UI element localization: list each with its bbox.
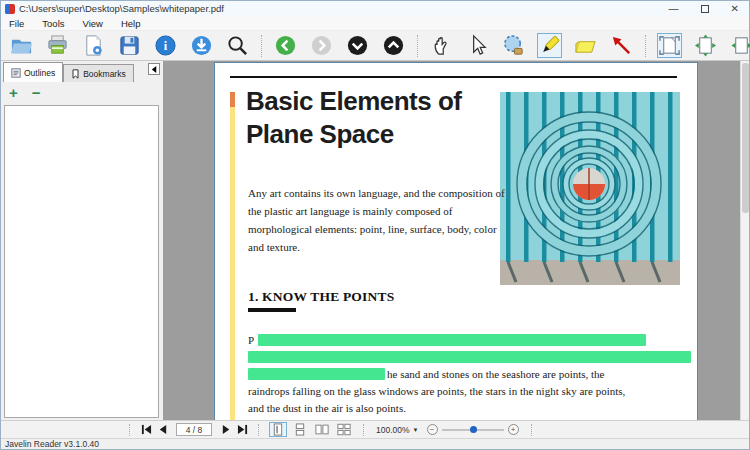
toolbar-divider: [645, 35, 646, 57]
navigation-bar: 4 / 8 100.00% ▼ − +: [1, 420, 749, 438]
menu-help[interactable]: Help: [121, 18, 141, 29]
document-title: Basic Elements of Plane Space: [246, 85, 461, 151]
app-icon: [5, 4, 15, 14]
titlebar: C:\Users\super\Desktop\Samples\whitepape…: [1, 1, 749, 16]
close-button[interactable]: ✕: [731, 4, 739, 14]
expand-all-button[interactable]: +: [9, 86, 18, 99]
search-icon[interactable]: [225, 33, 250, 58]
statusbar: Javelin Reader v3.1.0.40: [1, 438, 749, 449]
document-photo: [500, 92, 680, 285]
minimize-button[interactable]: —: [669, 4, 679, 14]
maximize-button[interactable]: [701, 5, 709, 13]
sidebar-tabs: Outlines Bookmarks: [1, 62, 163, 82]
previous-page-button[interactable]: [154, 423, 170, 437]
sticky-note-icon[interactable]: [573, 33, 598, 58]
select-tool-icon[interactable]: [465, 33, 490, 58]
navbar-divider: [531, 424, 532, 436]
continuous-facing-view-icon[interactable]: [335, 422, 353, 437]
navbar-divider: [129, 424, 130, 436]
zoom-slider[interactable]: [442, 424, 504, 435]
collapse-left-icon: [151, 66, 158, 73]
snapshot-icon[interactable]: [501, 33, 526, 58]
scrollbar-thumb[interactable]: [742, 63, 749, 213]
paragraph-text: and the dust in the air is also points.: [248, 402, 406, 414]
sidebar-collapse-button[interactable]: [148, 63, 160, 75]
paragraph-first-char: P: [248, 334, 254, 346]
document-viewer[interactable]: Basic Elements of Plane Space: [163, 61, 749, 420]
navbar-divider: [363, 424, 364, 436]
zoom-out-button[interactable]: −: [427, 424, 438, 435]
toolbar-divider: [417, 35, 418, 57]
arrow-annotation-icon[interactable]: [609, 33, 634, 58]
toolbar: i: [1, 31, 749, 61]
zoom-in-button[interactable]: +: [508, 424, 519, 435]
navbar-divider: [258, 424, 259, 436]
download-icon[interactable]: [189, 33, 214, 58]
menubar: File Tools View Help: [1, 16, 749, 31]
highlighted-paragraph: P he sand and stones on the seashore are…: [248, 331, 694, 416]
accent-bar: [230, 92, 235, 420]
single-page-view-icon[interactable]: [269, 422, 287, 437]
info-icon[interactable]: i: [153, 33, 178, 58]
intro-paragraph: Any art contains its own language, and t…: [248, 184, 506, 256]
nav-back-icon[interactable]: [273, 33, 298, 58]
fit-page-icon[interactable]: [657, 33, 682, 58]
window-title: C:\Users\super\Desktop\Samples\whitepape…: [19, 3, 224, 14]
menu-tools[interactable]: Tools: [42, 18, 64, 29]
paragraph-text: raindrops falling on the glass windows a…: [248, 385, 625, 397]
app-window: C:\Users\super\Desktop\Samples\whitepape…: [0, 0, 750, 450]
section-underline: [248, 308, 296, 312]
highlight-bar: [258, 334, 646, 346]
fit-width-icon[interactable]: [693, 33, 718, 58]
fit-visible-icon[interactable]: [729, 33, 750, 58]
section-heading: 1. KNOW THE POINTS: [248, 289, 394, 305]
export-document-icon[interactable]: [81, 33, 106, 58]
paragraph-text: he sand and stones on the seashore are p…: [387, 368, 605, 380]
highlight-bar: [248, 368, 385, 380]
tab-outlines-label: Outlines: [24, 68, 55, 78]
tab-bookmarks[interactable]: Bookmarks: [63, 64, 134, 82]
pdf-page[interactable]: Basic Elements of Plane Space: [214, 62, 698, 420]
continuous-view-icon[interactable]: [291, 422, 309, 437]
menu-view[interactable]: View: [83, 18, 103, 29]
tab-bookmarks-label: Bookmarks: [83, 69, 126, 79]
next-page-button[interactable]: [218, 423, 234, 437]
print-icon[interactable]: [45, 33, 70, 58]
save-icon[interactable]: [117, 33, 142, 58]
first-page-button[interactable]: [138, 423, 154, 437]
app-version: Javelin Reader v3.1.0.40: [5, 439, 99, 449]
toolbar-divider: [261, 35, 262, 57]
menu-file[interactable]: File: [9, 18, 24, 29]
outlines-icon: [11, 68, 21, 78]
zoom-value: 100.00%: [376, 425, 410, 435]
nav-forward-icon[interactable]: [309, 33, 334, 58]
open-folder-icon[interactable]: [9, 33, 34, 58]
collapse-all-button[interactable]: −: [32, 86, 41, 99]
vertical-scrollbar[interactable]: [740, 61, 749, 420]
zoom-level-dropdown[interactable]: 100.00% ▼: [376, 425, 419, 435]
zoom-slider-thumb[interactable]: [470, 426, 477, 433]
highlight-bar: [248, 351, 691, 363]
highlighter-icon[interactable]: [537, 33, 562, 58]
page-top-rule: [230, 76, 677, 78]
tab-outlines[interactable]: Outlines: [3, 62, 63, 82]
scroll-down-icon[interactable]: [345, 33, 370, 58]
svg-text:i: i: [164, 39, 168, 53]
page-indicator[interactable]: 4 / 8: [176, 423, 212, 436]
last-page-button[interactable]: [234, 423, 250, 437]
facing-view-icon[interactable]: [313, 422, 331, 437]
scroll-up-icon[interactable]: [381, 33, 406, 58]
outline-panel[interactable]: [4, 105, 159, 418]
sidebar: Outlines Bookmarks + −: [1, 61, 163, 420]
chevron-down-icon: ▼: [413, 427, 419, 433]
hand-tool-icon[interactable]: [429, 33, 454, 58]
bookmark-icon: [71, 69, 80, 79]
